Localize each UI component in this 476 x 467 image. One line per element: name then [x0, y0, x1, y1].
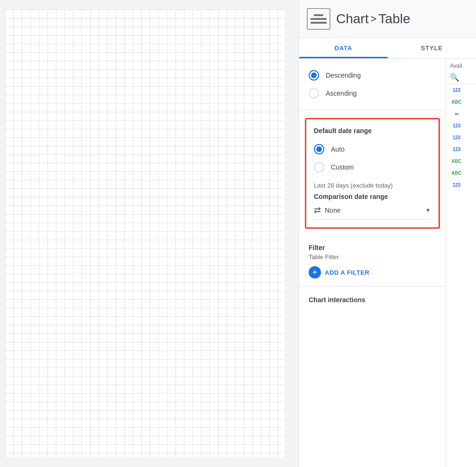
- field-type-badge: ⇐: [450, 111, 463, 117]
- filter-subtitle: Table Filter: [309, 253, 436, 260]
- chart-interactions-title: Chart interactions: [309, 296, 436, 304]
- sort-ascending-radio[interactable]: [309, 88, 319, 99]
- sort-ascending-option[interactable]: Ascending: [309, 84, 436, 102]
- sort-ascending-label: Ascending: [326, 90, 357, 97]
- breadcrumb-table[interactable]: Table: [378, 11, 410, 27]
- field-type-badge: 123: [450, 123, 463, 128]
- comparison-dropdown[interactable]: ⇄ None ▼: [314, 205, 431, 220]
- field-type-badge: 123: [450, 182, 463, 188]
- date-range-custom-option[interactable]: Custom: [314, 158, 431, 176]
- panel-header: Chart > Table: [299, 0, 476, 38]
- date-range-title: Default date range: [314, 127, 431, 135]
- canvas-area: [0, 0, 299, 467]
- search-icon[interactable]: 🔍: [450, 73, 459, 82]
- comparison-arrows-icon: ⇄: [314, 205, 321, 216]
- field-type-badge: 123: [450, 147, 463, 152]
- date-range-section: Default date range Auto Custom Last 28 d…: [305, 118, 440, 229]
- breadcrumb-chart[interactable]: Chart: [336, 11, 368, 27]
- date-range-auto-label: Auto: [331, 145, 345, 153]
- list-item[interactable]: 123: [446, 132, 476, 144]
- available-fields-header: Avail: [446, 59, 476, 71]
- sort-descending-radio[interactable]: [309, 70, 319, 81]
- filter-title: Filter: [309, 244, 436, 251]
- tab-data[interactable]: DATA: [299, 38, 388, 58]
- list-item[interactable]: ABC: [446, 96, 476, 108]
- tab-style[interactable]: STYLE: [388, 38, 476, 58]
- list-item[interactable]: ⇐: [446, 108, 476, 120]
- field-type-badge: 123: [450, 135, 463, 140]
- field-type-badge: 123: [450, 88, 463, 93]
- add-filter-icon: +: [309, 266, 321, 278]
- breadcrumb-separator: >: [370, 13, 376, 25]
- comparison-value: None: [325, 207, 421, 214]
- date-range-auto-radio[interactable]: [314, 144, 324, 154]
- field-type-badge: ABC: [450, 159, 463, 164]
- right-panel: Chart > Table DATA STYLE Descending Asce…: [299, 0, 476, 467]
- list-item[interactable]: ABC: [446, 167, 476, 179]
- icon-row-3: [311, 22, 327, 24]
- sort-descending-option[interactable]: Descending: [309, 66, 436, 84]
- filter-section: Filter Table Filter + ADD A FILTER: [299, 236, 446, 287]
- panel-tabs: DATA STYLE: [299, 38, 476, 59]
- field-type-badge: ABC: [450, 171, 463, 176]
- comparison-label: Comparison date range: [314, 193, 431, 200]
- add-filter-label: ADD A FILTER: [325, 269, 369, 276]
- list-item[interactable]: 123: [446, 120, 476, 132]
- available-fields-panel: Avail 🔍 123 ABC ⇐ 123 123: [446, 59, 476, 467]
- available-fields-search: 🔍: [446, 71, 476, 84]
- date-range-auto-option[interactable]: Auto: [314, 140, 431, 158]
- table-settings-icon: [307, 8, 330, 30]
- add-filter-button[interactable]: + ADD A FILTER: [309, 266, 436, 278]
- icon-row-1: [314, 14, 323, 16]
- field-list: 123 ABC ⇐ 123 123 123 ABC: [446, 84, 476, 467]
- chart-interactions-section: Chart interactions: [299, 287, 446, 313]
- list-item[interactable]: 123: [446, 179, 476, 191]
- dropdown-arrow-icon[interactable]: ▼: [425, 207, 431, 214]
- grid-canvas: [5, 9, 284, 458]
- list-item[interactable]: 123: [446, 144, 476, 155]
- breadcrumb: Chart > Table: [336, 11, 410, 27]
- sort-group: Descending Ascending: [299, 59, 446, 110]
- date-range-custom-label: Custom: [331, 163, 354, 171]
- sort-descending-label: Descending: [326, 72, 361, 79]
- list-item[interactable]: 123: [446, 84, 476, 96]
- data-section: Descending Ascending Default date range …: [299, 59, 446, 467]
- field-type-badge: ABC: [450, 99, 463, 105]
- list-item[interactable]: ABC: [446, 155, 476, 167]
- icon-row-2: [311, 18, 327, 20]
- date-range-note: Last 28 days (exclude today): [314, 182, 431, 189]
- date-range-custom-radio[interactable]: [314, 162, 324, 172]
- panel-body: Descending Ascending Default date range …: [299, 59, 476, 467]
